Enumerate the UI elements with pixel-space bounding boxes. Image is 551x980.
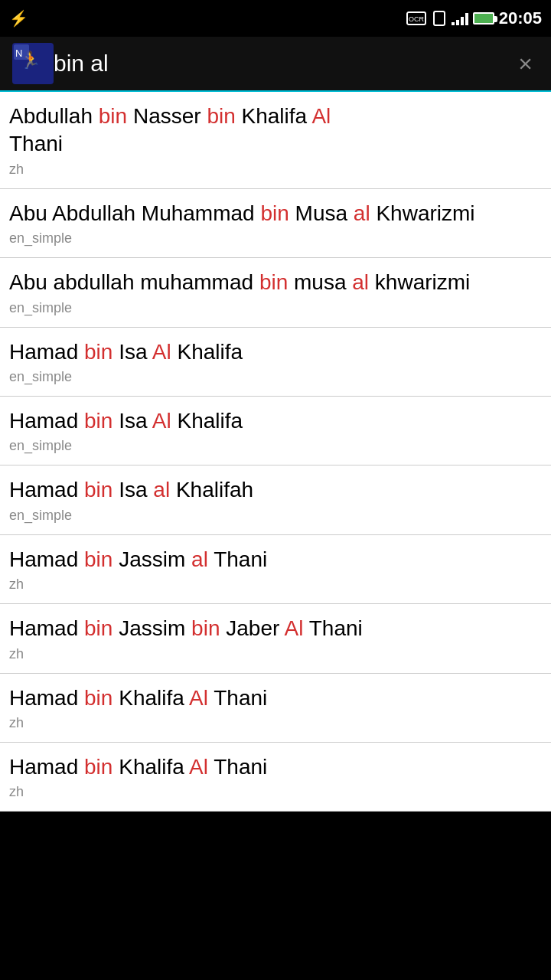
list-item[interactable]: Abu abdullah muhammad bin musa al khwari… (0, 258, 551, 327)
list-item[interactable]: Hamad bin Isa Al Khalifaen_simple (0, 397, 551, 466)
usb-icon: ⚡ (9, 9, 28, 28)
result-lang: zh (9, 162, 542, 184)
battery-icon (473, 12, 494, 24)
list-item[interactable]: Hamad bin Isa Al Khalifaen_simple (0, 328, 551, 397)
result-lang: zh (9, 577, 542, 599)
result-title: Hamad bin Jassim bin Jaber Al Thani (9, 615, 542, 642)
list-item[interactable]: Abdullah bin Nasser bin Khalifa AlThaniz… (0, 92, 551, 189)
search-bar: 🏃 N bin al × (0, 37, 551, 92)
status-right: OCR 20:05 (406, 8, 542, 28)
result-title: Hamad bin Isa Al Khalifa (9, 407, 542, 435)
time-display: 20:05 (499, 8, 542, 28)
result-title: Hamad bin Khalifa Al Thani (9, 684, 542, 712)
svg-text:N: N (15, 47, 22, 59)
result-lang: en_simple (9, 300, 542, 322)
result-title: Abu Abdullah Muhammad bin Musa al Khwari… (9, 200, 542, 227)
result-lang: en_simple (9, 438, 542, 460)
list-item[interactable]: Abu Abdullah Muhammad bin Musa al Khwari… (0, 189, 551, 258)
list-item[interactable]: Hamad bin Khalifa Al Thanizh (0, 743, 551, 812)
result-lang: zh (9, 646, 542, 668)
result-lang: zh (9, 784, 542, 806)
list-item[interactable]: Hamad bin Isa al Khalifahen_simple (0, 466, 551, 534)
result-title: Abu abdullah muhammad bin musa al khwari… (9, 269, 542, 296)
result-lang: en_simple (9, 230, 542, 253)
list-item[interactable]: Hamad bin Jassim al Thanizh (0, 535, 551, 604)
result-title: Hamad bin Isa al Khalifah (9, 476, 542, 504)
device-icon (432, 11, 447, 26)
result-lang: zh (9, 715, 542, 737)
svg-rect-2 (434, 11, 445, 25)
result-title: Hamad bin Jassim al Thani (9, 546, 542, 573)
close-button[interactable]: × (512, 44, 539, 84)
result-title: Hamad bin Khalifa Al Thani (9, 753, 542, 781)
list-item[interactable]: Hamad bin Khalifa Al Thanizh (0, 674, 551, 743)
ocr-icon: OCR (406, 11, 427, 26)
status-left: ⚡ (9, 9, 28, 28)
app-icon: 🏃 N (12, 43, 54, 84)
search-query: bin al (54, 51, 512, 77)
list-item[interactable]: Hamad bin Jassim bin Jaber Al Thanizh (0, 604, 551, 673)
result-lang: en_simple (9, 508, 542, 530)
status-bar: ⚡ OCR 20:05 (0, 0, 551, 37)
result-lang: en_simple (9, 369, 542, 391)
results-list: Abdullah bin Nasser bin Khalifa AlThaniz… (0, 92, 551, 812)
result-title: Hamad bin Isa Al Khalifa (9, 338, 542, 366)
svg-text:OCR: OCR (409, 15, 425, 23)
result-title: Abdullah bin Nasser bin Khalifa AlThani (9, 103, 542, 158)
signal-bars-icon (452, 11, 468, 25)
